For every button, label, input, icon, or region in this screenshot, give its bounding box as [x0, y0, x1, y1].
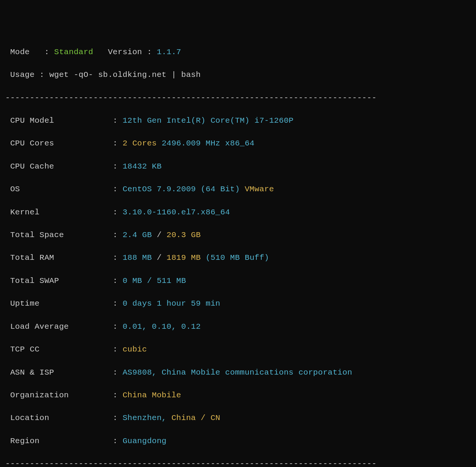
uptime-value: 0 days 1 hour 59 min — [123, 299, 220, 308]
os-virt: VMware — [245, 185, 274, 194]
kernel-value: 3.10.0-1160.el7.x86_64 — [123, 208, 230, 217]
load-label: Load Average : — [5, 322, 123, 331]
cpu-cores-label: CPU Cores : — [5, 139, 123, 148]
swap-value: 0 MB / 511 MB — [123, 276, 186, 285]
region-value: Guangdong — [123, 437, 167, 445]
uptime-label: Uptime : — [5, 299, 123, 308]
loc-country: China / CN — [172, 414, 220, 422]
version-value: 1.1.7 — [157, 48, 181, 56]
space-label: Total Space : — [5, 231, 123, 239]
region-label: Region : — [5, 437, 123, 445]
ram-label: Total RAM : — [5, 253, 123, 262]
ram-used: 188 MB — [123, 253, 157, 262]
os-label: OS : — [5, 185, 123, 194]
kernel-label: Kernel : — [5, 208, 123, 217]
loc-city: Shenzhen, — [123, 414, 172, 422]
os-value: CentOS 7.9.2009 (64 Bit) — [123, 185, 245, 194]
ram-buff: (510 MB Buff) — [206, 253, 269, 262]
space-used: 2.4 GB — [123, 231, 157, 239]
asn-value: AS9808, China Mobile communications corp… — [123, 368, 352, 377]
tcp-label: TCP CC : — [5, 345, 123, 354]
cpu-cache-label: CPU Cache : — [5, 162, 123, 171]
cpu-model-value: 12th Gen Intel(R) Core(TM) i7-1260P — [123, 116, 294, 125]
loc-label: Location : — [5, 414, 123, 422]
divider: ----------------------------------------… — [5, 92, 471, 104]
cpu-cores-count: 2 Cores — [123, 139, 162, 148]
usage-command: wget -qO- sb.oldking.net | bash — [49, 70, 201, 79]
cpu-cores-freq: 2496.009 MHz x86_64 — [162, 139, 254, 148]
divider: ----------------------------------------… — [5, 458, 471, 467]
asn-label: ASN & ISP : — [5, 368, 123, 377]
ram-sep: / — [157, 253, 167, 262]
space-sep: / — [157, 231, 167, 239]
load-value: 0.01, 0.10, 0.12 — [123, 322, 201, 331]
version-label: Version : — [93, 48, 157, 56]
space-total: 20.3 GB — [167, 231, 201, 239]
cpu-cache-value: 18432 KB — [123, 162, 162, 171]
usage-label: Usage : — [5, 70, 49, 79]
swap-label: Total SWAP : — [5, 276, 123, 285]
tcp-value: cubic — [123, 345, 147, 354]
ram-total: 1819 MB — [167, 253, 206, 262]
mode-label: Mode : — [5, 48, 54, 56]
cpu-model-label: CPU Model : — [5, 116, 123, 125]
mode-value: Standard — [54, 48, 93, 56]
org-value: China Mobile — [123, 391, 181, 400]
org-label: Organization : — [5, 391, 123, 400]
